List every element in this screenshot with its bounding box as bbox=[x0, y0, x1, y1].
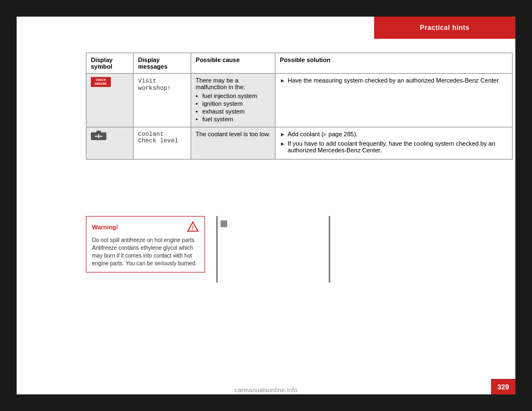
watermark: carmanualsonline.info bbox=[234, 387, 297, 393]
small-gray-square bbox=[221, 220, 227, 227]
visit-workshop-text: Visit workshop! bbox=[138, 78, 171, 91]
col-header-symbol: Display symbol bbox=[86, 53, 134, 74]
warning-box: Warning! ! Do not spill antifreeze on ho… bbox=[86, 216, 205, 273]
table-row: CoolantCheck level The coolant level is … bbox=[86, 127, 513, 160]
divider-bar-right bbox=[329, 216, 330, 282]
cause-cell-1: There may be a malfunction in the: fuel … bbox=[191, 74, 275, 127]
arrow-icon: ► bbox=[280, 131, 285, 137]
coolant-icon bbox=[91, 131, 108, 142]
solution-text-1: Have the measuring system checked by an … bbox=[288, 77, 500, 84]
solution-item: ► If you have to add coolant frequently,… bbox=[280, 140, 508, 153]
cause-item: fuel system bbox=[196, 116, 270, 122]
symbol-cell-1: CHECK ENGINE bbox=[86, 74, 134, 127]
check-engine-badge: CHECK ENGINE bbox=[91, 77, 111, 87]
display-table: Display symbol Display messages Possible… bbox=[86, 53, 513, 160]
cause-item: exhaust system bbox=[196, 108, 270, 115]
divider-bar-left bbox=[216, 216, 218, 282]
cause-item: fuel injection system bbox=[196, 93, 270, 99]
solution-text-2b: If you have to add coolant frequently, h… bbox=[288, 140, 508, 153]
page-number-box: 329 bbox=[491, 379, 515, 394]
watermark-text: carmanualsonline.info bbox=[234, 387, 297, 393]
cause-item: ignition system bbox=[196, 100, 270, 107]
warning-title: Warning! bbox=[92, 224, 118, 230]
message-cell-1: Visit workshop! bbox=[134, 74, 191, 127]
table-row: CHECK ENGINE Visit workshop! There may b… bbox=[86, 74, 513, 127]
arrow-icon: ► bbox=[280, 141, 285, 147]
symbol-cell-2 bbox=[86, 127, 134, 160]
page-number: 329 bbox=[497, 383, 509, 391]
cause-cell-2: The coolant level is too low. bbox=[191, 127, 275, 160]
col-header-messages: Display messages bbox=[134, 53, 191, 74]
solution-item: ► Have the measuring system checked by a… bbox=[280, 77, 508, 84]
svg-text:!: ! bbox=[192, 225, 193, 231]
engine-line: ENGINE bbox=[93, 82, 109, 86]
col-header-solution: Possible solution bbox=[275, 53, 513, 74]
solution-cell-2: ► Add coolant (▹ page 285). ► If you hav… bbox=[275, 127, 513, 160]
practical-hints-label: Practical hints bbox=[420, 22, 470, 33]
col-header-cause: Possible cause bbox=[191, 53, 275, 74]
warning-header: Warning! ! bbox=[92, 221, 199, 233]
warning-triangle-icon: ! bbox=[187, 221, 199, 233]
warning-text: Do not spill antifreeze on hot engine pa… bbox=[92, 237, 199, 268]
practical-hints-tab: Practical hints bbox=[374, 17, 515, 39]
solution-item: ► Add coolant (▹ page 285). bbox=[280, 131, 508, 138]
coolant-text: CoolantCheck level bbox=[138, 131, 186, 144]
solution-text-2a: Add coolant (▹ page 285). bbox=[288, 131, 357, 138]
cause-intro-2: The coolant level is too low. bbox=[196, 131, 270, 137]
cause-intro-1: There may be a malfunction in the: bbox=[196, 77, 245, 90]
message-cell-2: CoolantCheck level bbox=[134, 127, 191, 160]
svg-rect-1 bbox=[96, 131, 101, 133]
cause-list-1: fuel injection system ignition system ex… bbox=[196, 93, 270, 122]
solution-cell-1: ► Have the measuring system checked by a… bbox=[275, 74, 513, 127]
check-line: CHECK bbox=[93, 78, 109, 82]
arrow-icon: ► bbox=[280, 78, 285, 84]
